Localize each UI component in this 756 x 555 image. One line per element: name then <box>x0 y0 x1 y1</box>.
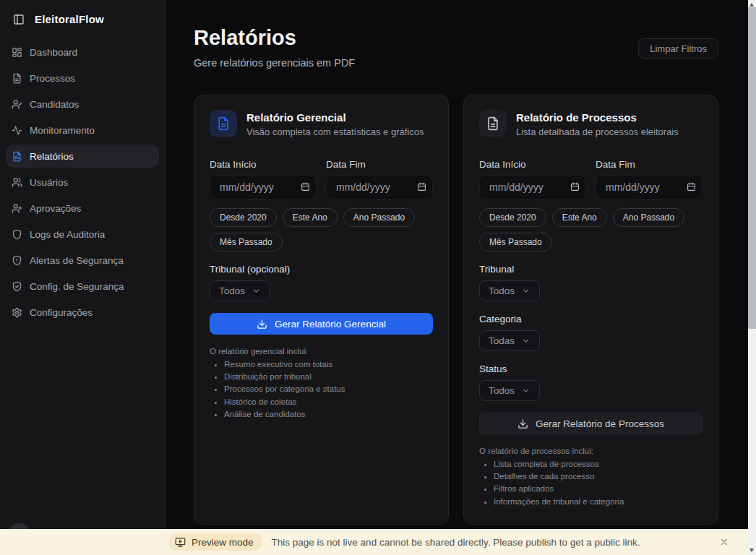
file-text-icon <box>479 110 507 137</box>
sidebar-item-relatorios[interactable]: Relatórios <box>6 145 159 168</box>
generate-processos-button[interactable]: Gerar Relatório de Processos <box>479 413 703 434</box>
user-plus-icon <box>12 203 22 214</box>
gerencial-includes: O relatório gerencial inclui: Resumo exe… <box>210 347 433 418</box>
includes-title: O relatório de processos inclui: <box>479 447 703 455</box>
quick-filter-este-ano[interactable]: Este Ano <box>283 208 338 227</box>
sidebar-item-dashboard[interactable]: Dashboard <box>6 40 159 64</box>
quick-filter-desde-2020[interactable]: Desde 2020 <box>210 208 277 227</box>
date-end-input[interactable] <box>596 175 703 199</box>
chevron-down-icon <box>521 386 531 395</box>
sidebar-item-alertas-seguranca[interactable]: Alertas de Segurança <box>6 249 159 272</box>
sidebar-item-label: Dashboard <box>30 47 77 58</box>
gear-icon <box>12 307 22 318</box>
main-area: Limpar Filtros Relatórios Gere relatório… <box>166 0 748 555</box>
tribunal-select-value: Todos <box>219 285 245 296</box>
sidebar-item-label: Alertas de Segurança <box>30 255 124 266</box>
dashboard-icon <box>12 47 22 58</box>
preview-mode-badge: Preview mode <box>168 533 262 551</box>
date-start-input[interactable] <box>479 175 586 199</box>
status-select[interactable]: Todos <box>479 380 540 401</box>
sidebar-item-label: Logs de Auditoria <box>30 229 105 240</box>
quick-filter-desde-2020[interactable]: Desde 2020 <box>479 208 546 227</box>
includes-item: Histórico de coletas <box>224 397 433 406</box>
date-end-input[interactable] <box>326 175 433 199</box>
page-subtitle: Gere relatórios gerenciais em PDF <box>194 57 718 69</box>
generate-processos-label: Gerar Relatório de Processos <box>536 418 664 429</box>
app-title: EleitoralFlow <box>35 13 104 25</box>
shield-check-icon <box>12 281 22 292</box>
card-title: Relatório Gerencial <box>246 110 424 124</box>
status-select-value: Todos <box>489 385 515 396</box>
quick-filter-ano-passado[interactable]: Ano Passado <box>613 208 684 227</box>
monitor-play-icon <box>175 537 186 548</box>
sidebar-item-processos[interactable]: Processos <box>6 66 159 90</box>
quick-filter-ano-passado[interactable]: Ano Passado <box>343 208 415 227</box>
shield-icon <box>12 229 22 240</box>
quick-filter-mes-passado[interactable]: Mês Passado <box>479 233 552 251</box>
sidebar-item-logs-auditoria[interactable]: Logs de Auditoria <box>6 223 159 246</box>
processos-report-card: Relatório de Processos Lista detalhada d… <box>463 95 718 525</box>
download-icon <box>257 319 267 330</box>
processos-includes: O relatório de processos inclui: Lista c… <box>479 447 703 506</box>
includes-item: Informações de tribunal e categoria <box>494 497 703 506</box>
gerencial-report-card: Relatório Gerencial Visão completa com e… <box>194 95 449 525</box>
date-end-label: Data Fim <box>326 159 433 170</box>
date-start-label: Data Início <box>479 159 586 170</box>
card-subtitle: Visão completa com estatísticas e gráfic… <box>246 126 424 137</box>
includes-item: Lista completa de processos <box>494 460 703 468</box>
scrollbar-thumb[interactable] <box>748 7 756 329</box>
panel-toggle-icon[interactable] <box>13 14 25 25</box>
tribunal-select-value: Todos <box>489 285 515 296</box>
sidebar-item-label: Configurações <box>30 307 93 318</box>
includes-item: Filtros aplicados <box>494 484 703 493</box>
tribunal-select[interactable]: Todos <box>479 280 540 301</box>
sidebar-item-label: Candidatos <box>30 99 79 110</box>
tribunal-label: Tribunal <box>479 264 703 275</box>
sidebar-item-candidatos[interactable]: Candidatos <box>6 92 159 116</box>
quick-filter-mes-passado[interactable]: Mês Passado <box>210 233 283 251</box>
sidebar-item-config-seguranca[interactable]: Config. de Segurança <box>6 275 159 298</box>
chevron-down-icon <box>521 336 531 345</box>
close-icon[interactable] <box>719 537 729 547</box>
date-start-label: Data Início <box>210 159 317 170</box>
includes-title: O relatório gerencial inclui: <box>210 347 433 356</box>
tribunal-label: Tribunal (opcional) <box>210 264 433 275</box>
status-label: Status <box>479 363 703 374</box>
date-end-label: Data Fim <box>596 159 703 170</box>
sidebar-item-label: Usuários <box>30 177 68 188</box>
sidebar-nav: Dashboard Processos Candidatos Monitoram… <box>6 40 159 327</box>
vertical-scrollbar[interactable] <box>748 0 756 555</box>
sidebar-item-label: Processos <box>30 73 75 84</box>
file-chart-icon <box>12 151 22 162</box>
chevron-down-icon <box>521 286 531 296</box>
sidebar-item-monitoramento[interactable]: Monitoramento <box>6 119 159 142</box>
preview-banner: Preview mode This page is not live and c… <box>0 529 748 555</box>
sidebar-item-label: Aprovações <box>30 203 81 214</box>
date-start-input[interactable] <box>210 175 317 199</box>
banner-message: This page is not live and cannot be shar… <box>272 537 640 548</box>
includes-item: Processos por categoria e status <box>224 384 433 393</box>
sidebar-item-label: Monitoramento <box>30 125 95 136</box>
generate-gerencial-button[interactable]: Gerar Relatório Gerencial <box>210 313 433 335</box>
sidebar-item-configuracoes[interactable]: Configurações <box>6 301 159 324</box>
activity-icon <box>12 125 22 136</box>
users-icon <box>12 177 22 188</box>
quick-filter-este-ano[interactable]: Este Ano <box>552 208 607 227</box>
file-text-icon <box>12 73 22 84</box>
scroll-up-arrow-icon[interactable] <box>749 3 754 7</box>
scroll-down-arrow-icon[interactable] <box>749 548 754 552</box>
chevron-down-icon <box>252 286 261 296</box>
sidebar-item-label: Relatórios <box>30 151 74 162</box>
tribunal-select[interactable]: Todos <box>210 280 270 301</box>
categoria-label: Categoria <box>479 314 703 324</box>
sidebar-item-aprovacoes[interactable]: Aprovações <box>6 197 159 220</box>
clear-filters-button[interactable]: Limpar Filtros <box>638 38 718 59</box>
file-text-icon <box>210 110 237 137</box>
categoria-select[interactable]: Todas <box>479 330 540 351</box>
preview-mode-label: Preview mode <box>192 537 254 548</box>
sidebar-item-usuarios[interactable]: Usuários <box>6 171 159 194</box>
card-subtitle: Lista detalhada de processos eleitorais <box>516 126 679 137</box>
includes-item: Detalhes de cada processo <box>494 472 703 481</box>
card-title: Relatório de Processos <box>516 110 679 124</box>
shield-alert-icon <box>12 255 22 266</box>
